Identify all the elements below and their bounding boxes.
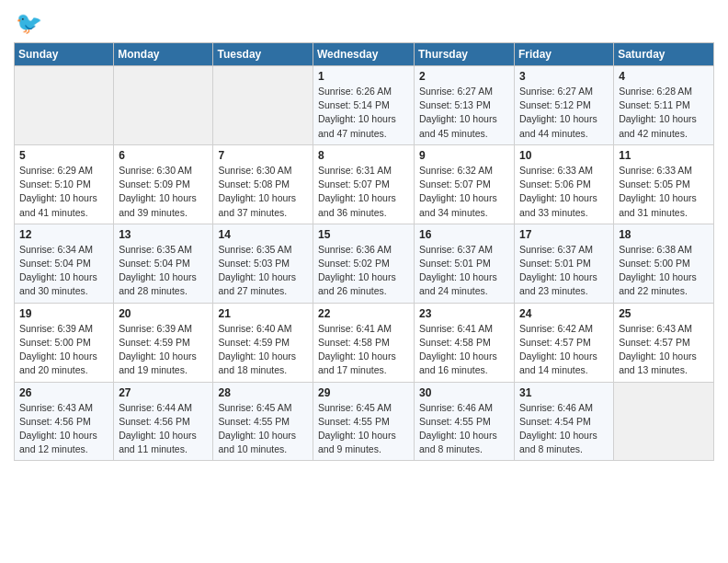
calendar-day-cell: 6Sunrise: 6:30 AMSunset: 5:09 PMDaylight…: [114, 144, 213, 224]
day-number: 14: [218, 228, 308, 241]
day-info: Sunrise: 6:43 AMSunset: 4:57 PMDaylight:…: [619, 322, 709, 378]
calendar-day-cell: 26Sunrise: 6:43 AMSunset: 4:56 PMDayligh…: [15, 382, 114, 461]
day-info: Sunrise: 6:41 AMSunset: 4:58 PMDaylight:…: [318, 322, 409, 378]
calendar-day-cell: [213, 66, 313, 145]
day-number: 11: [619, 149, 709, 162]
day-number: 31: [519, 386, 609, 399]
day-info: Sunrise: 6:42 AMSunset: 4:57 PMDaylight:…: [519, 322, 609, 378]
day-info: Sunrise: 6:37 AMSunset: 5:01 PMDaylight:…: [419, 243, 509, 299]
day-info: Sunrise: 6:32 AMSunset: 5:07 PMDaylight:…: [419, 164, 509, 220]
calendar-week-row: 19Sunrise: 6:39 AMSunset: 5:00 PMDayligh…: [15, 303, 714, 382]
day-number: 12: [19, 228, 108, 241]
calendar-day-cell: 16Sunrise: 6:37 AMSunset: 5:01 PMDayligh…: [415, 224, 515, 303]
day-info: Sunrise: 6:44 AMSunset: 4:56 PMDaylight:…: [119, 401, 208, 457]
calendar-day-cell: 28Sunrise: 6:45 AMSunset: 4:55 PMDayligh…: [213, 382, 313, 461]
day-of-week-header: Tuesday: [213, 43, 313, 66]
day-info: Sunrise: 6:43 AMSunset: 4:56 PMDaylight:…: [19, 401, 108, 457]
calendar-week-row: 26Sunrise: 6:43 AMSunset: 4:56 PMDayligh…: [15, 382, 714, 461]
day-number: 26: [19, 386, 108, 399]
calendar-day-cell: 12Sunrise: 6:34 AMSunset: 5:04 PMDayligh…: [15, 224, 114, 303]
calendar-day-cell: [614, 382, 714, 461]
day-info: Sunrise: 6:30 AMSunset: 5:08 PMDaylight:…: [218, 164, 308, 220]
day-of-week-header: Monday: [114, 43, 213, 66]
day-info: Sunrise: 6:33 AMSunset: 5:06 PMDaylight:…: [519, 164, 609, 220]
day-number: 6: [119, 149, 208, 162]
calendar-day-cell: 7Sunrise: 6:30 AMSunset: 5:08 PMDaylight…: [213, 144, 313, 224]
calendar-day-cell: 21Sunrise: 6:40 AMSunset: 4:59 PMDayligh…: [213, 303, 313, 382]
day-info: Sunrise: 6:37 AMSunset: 5:01 PMDaylight:…: [519, 243, 609, 299]
calendar-day-cell: 19Sunrise: 6:39 AMSunset: 5:00 PMDayligh…: [15, 303, 114, 382]
day-number: 18: [619, 228, 709, 241]
day-number: 15: [318, 228, 409, 241]
calendar-day-cell: 23Sunrise: 6:41 AMSunset: 4:58 PMDayligh…: [415, 303, 515, 382]
calendar-day-cell: 3Sunrise: 6:27 AMSunset: 5:12 PMDaylight…: [515, 66, 614, 145]
day-info: Sunrise: 6:29 AMSunset: 5:10 PMDaylight:…: [19, 164, 108, 220]
calendar-day-cell: 22Sunrise: 6:41 AMSunset: 4:58 PMDayligh…: [313, 303, 415, 382]
calendar-header-row: SundayMondayTuesdayWednesdayThursdayFrid…: [15, 43, 714, 66]
day-number: 24: [519, 307, 609, 320]
day-number: 21: [218, 307, 308, 320]
day-info: Sunrise: 6:28 AMSunset: 5:11 PMDaylight:…: [619, 85, 709, 141]
day-info: Sunrise: 6:39 AMSunset: 4:59 PMDaylight:…: [119, 322, 208, 378]
calendar-day-cell: 24Sunrise: 6:42 AMSunset: 4:57 PMDayligh…: [515, 303, 614, 382]
day-number: 8: [318, 149, 409, 162]
day-number: 27: [119, 386, 208, 399]
day-info: Sunrise: 6:34 AMSunset: 5:04 PMDaylight:…: [19, 243, 108, 299]
day-info: Sunrise: 6:46 AMSunset: 4:54 PMDaylight:…: [519, 401, 609, 457]
day-number: 28: [218, 386, 308, 399]
day-of-week-header: Sunday: [15, 43, 114, 66]
day-info: Sunrise: 6:30 AMSunset: 5:09 PMDaylight:…: [119, 164, 208, 220]
day-number: 23: [419, 307, 509, 320]
day-of-week-header: Thursday: [415, 43, 515, 66]
day-info: Sunrise: 6:26 AMSunset: 5:14 PMDaylight:…: [318, 85, 409, 141]
day-info: Sunrise: 6:27 AMSunset: 5:13 PMDaylight:…: [419, 85, 509, 141]
calendar-day-cell: 1Sunrise: 6:26 AMSunset: 5:14 PMDaylight…: [313, 66, 415, 145]
day-info: Sunrise: 6:38 AMSunset: 5:00 PMDaylight:…: [619, 243, 709, 299]
day-of-week-header: Friday: [515, 43, 614, 66]
calendar-day-cell: 31Sunrise: 6:46 AMSunset: 4:54 PMDayligh…: [515, 382, 614, 461]
calendar-day-cell: 25Sunrise: 6:43 AMSunset: 4:57 PMDayligh…: [614, 303, 714, 382]
day-number: 5: [19, 149, 108, 162]
day-number: 17: [519, 228, 609, 241]
calendar-week-row: 5Sunrise: 6:29 AMSunset: 5:10 PMDaylight…: [15, 144, 714, 224]
day-number: 20: [119, 307, 208, 320]
day-info: Sunrise: 6:45 AMSunset: 4:55 PMDaylight:…: [218, 401, 308, 457]
calendar-day-cell: 5Sunrise: 6:29 AMSunset: 5:10 PMDaylight…: [15, 144, 114, 224]
calendar-day-cell: 18Sunrise: 6:38 AMSunset: 5:00 PMDayligh…: [614, 224, 714, 303]
calendar-table: SundayMondayTuesdayWednesdayThursdayFrid…: [14, 42, 714, 461]
day-number: 10: [519, 149, 609, 162]
day-of-week-header: Saturday: [614, 43, 714, 66]
day-number: 13: [119, 228, 208, 241]
day-info: Sunrise: 6:36 AMSunset: 5:02 PMDaylight:…: [318, 243, 409, 299]
calendar-day-cell: 13Sunrise: 6:35 AMSunset: 5:04 PMDayligh…: [114, 224, 213, 303]
logo-bird-icon: 🐦: [14, 9, 41, 37]
calendar-day-cell: 4Sunrise: 6:28 AMSunset: 5:11 PMDaylight…: [614, 66, 714, 145]
calendar-day-cell: [114, 66, 213, 145]
day-info: Sunrise: 6:40 AMSunset: 4:59 PMDaylight:…: [218, 322, 308, 378]
day-info: Sunrise: 6:39 AMSunset: 5:00 PMDaylight:…: [19, 322, 108, 378]
day-info: Sunrise: 6:35 AMSunset: 5:03 PMDaylight:…: [218, 243, 308, 299]
calendar-day-cell: 2Sunrise: 6:27 AMSunset: 5:13 PMDaylight…: [415, 66, 515, 145]
calendar-day-cell: 9Sunrise: 6:32 AMSunset: 5:07 PMDaylight…: [415, 144, 515, 224]
day-info: Sunrise: 6:35 AMSunset: 5:04 PMDaylight:…: [119, 243, 208, 299]
day-info: Sunrise: 6:33 AMSunset: 5:05 PMDaylight:…: [619, 164, 709, 220]
day-number: 19: [19, 307, 108, 320]
day-number: 30: [419, 386, 509, 399]
calendar-day-cell: [15, 66, 114, 145]
day-info: Sunrise: 6:27 AMSunset: 5:12 PMDaylight:…: [519, 85, 609, 141]
calendar-day-cell: 11Sunrise: 6:33 AMSunset: 5:05 PMDayligh…: [614, 144, 714, 224]
day-info: Sunrise: 6:31 AMSunset: 5:07 PMDaylight:…: [318, 164, 409, 220]
day-number: 2: [419, 70, 509, 83]
day-info: Sunrise: 6:45 AMSunset: 4:55 PMDaylight:…: [318, 401, 409, 457]
day-info: Sunrise: 6:41 AMSunset: 4:58 PMDaylight:…: [419, 322, 509, 378]
page-header: 🐦: [14, 9, 714, 37]
day-number: 9: [419, 149, 509, 162]
calendar-day-cell: 15Sunrise: 6:36 AMSunset: 5:02 PMDayligh…: [313, 224, 415, 303]
day-number: 1: [318, 70, 409, 83]
day-number: 3: [519, 70, 609, 83]
calendar-day-cell: 10Sunrise: 6:33 AMSunset: 5:06 PMDayligh…: [515, 144, 614, 224]
calendar-day-cell: 8Sunrise: 6:31 AMSunset: 5:07 PMDaylight…: [313, 144, 415, 224]
day-number: 7: [218, 149, 308, 162]
calendar-day-cell: 20Sunrise: 6:39 AMSunset: 4:59 PMDayligh…: [114, 303, 213, 382]
calendar-day-cell: 29Sunrise: 6:45 AMSunset: 4:55 PMDayligh…: [313, 382, 415, 461]
